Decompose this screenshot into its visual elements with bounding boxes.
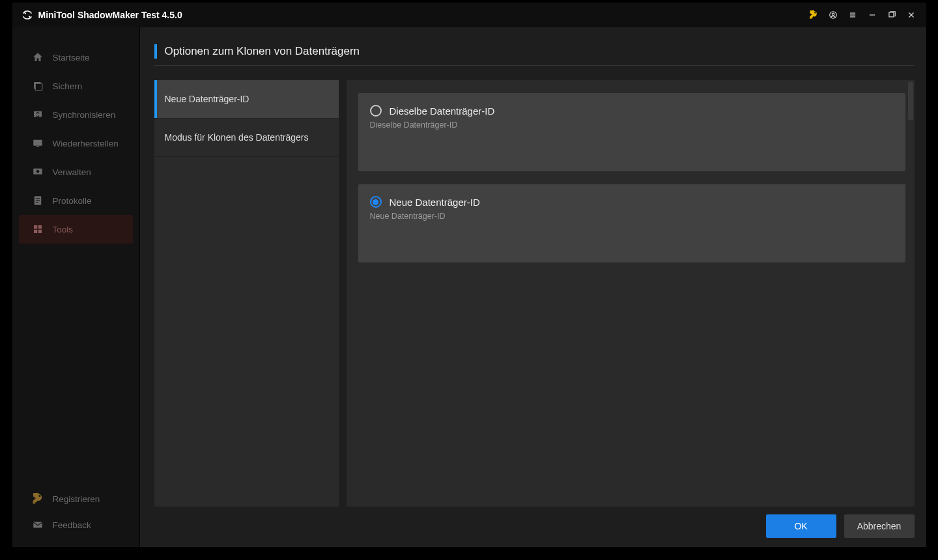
sidebar-item-label: Protokolle	[53, 196, 92, 206]
maximize-button[interactable]	[882, 5, 902, 25]
mail-icon	[32, 519, 44, 531]
sidebar-item-label: Tools	[53, 225, 74, 234]
sidebar-item-label: Feedback	[53, 520, 91, 530]
tools-icon	[32, 223, 44, 235]
svg-rect-10	[35, 83, 42, 91]
sidebar-item-label: Registrieren	[53, 494, 100, 504]
home-icon	[32, 51, 44, 63]
license-key-icon[interactable]	[804, 5, 823, 25]
sidebar-footer: Registrieren Feedback	[12, 486, 139, 547]
cancel-button[interactable]: Abbrechen	[844, 514, 915, 538]
option-label: Dieselbe Datenträger-ID	[390, 105, 495, 117]
sidebar-item-manage[interactable]: Verwalten	[19, 158, 133, 186]
panel-scrollbar[interactable]	[908, 81, 913, 120]
sidebar-item-backup[interactable]: Sichern	[19, 72, 133, 100]
account-icon[interactable]	[823, 5, 843, 25]
app-title: MiniTool ShadowMaker Test 4.5.0	[38, 10, 182, 20]
menu-icon[interactable]	[843, 5, 862, 25]
sidebar-item-label: Wiederherstellen	[53, 139, 119, 148]
header-accent-bar	[154, 44, 157, 59]
backup-icon	[32, 80, 44, 92]
app-logo: MiniTool ShadowMaker Test 4.5.0	[21, 9, 182, 21]
svg-rect-22	[34, 230, 37, 233]
option-description: Dieselbe Datenträger-ID	[370, 120, 894, 130]
options-panel: Dieselbe Datenträger-ID Dieselbe Datentr…	[347, 80, 915, 507]
sidebar-item-label: Verwalten	[53, 167, 91, 177]
radio-new-disk-id[interactable]	[370, 196, 382, 208]
minimize-button[interactable]	[862, 5, 882, 25]
option-same-disk-id[interactable]: Dieselbe Datenträger-ID Dieselbe Datentr…	[358, 93, 905, 171]
sidebar-item-logs[interactable]: Protokolle	[19, 186, 133, 215]
svg-rect-20	[34, 225, 37, 229]
sidebar-item-label: Sichern	[53, 81, 83, 91]
logs-icon	[32, 195, 44, 206]
sidebar-item-sync[interactable]: Synchronisieren	[19, 100, 133, 129]
svg-rect-6	[888, 12, 893, 17]
subnav-item-label: Neue Datenträger-ID	[165, 94, 249, 104]
restore-icon	[32, 137, 44, 149]
sidebar: Startseite Sichern Synchronisieren Wiede…	[12, 27, 140, 547]
svg-rect-13	[36, 147, 39, 148]
content-area: Optionen zum Klonen von Datenträgern Neu…	[140, 27, 926, 547]
app-body: Startseite Sichern Synchronisieren Wiede…	[12, 27, 926, 547]
sidebar-item-home[interactable]: Startseite	[19, 43, 133, 72]
titlebar: MiniTool ShadowMaker Test 4.5.0	[12, 3, 926, 27]
option-label: Neue Datenträger-ID	[390, 197, 480, 208]
option-new-disk-id[interactable]: Neue Datenträger-ID Neue Datenträger-ID	[358, 184, 905, 262]
svg-point-1	[832, 13, 834, 16]
sidebar-item-label: Synchronisieren	[53, 110, 116, 120]
key-icon	[32, 493, 44, 505]
radio-same-disk-id[interactable]	[370, 105, 382, 117]
sidebar-item-label: Startseite	[53, 53, 90, 63]
app-window: MiniTool ShadowMaker Test 4.5.0 S	[12, 2, 927, 548]
svg-rect-21	[38, 225, 41, 229]
sidebar-register[interactable]: Registrieren	[19, 486, 133, 512]
options-subnav: Neue Datenträger-ID Modus für Klonen des…	[154, 80, 339, 507]
svg-rect-12	[33, 140, 42, 146]
sidebar-item-tools[interactable]: Tools	[19, 215, 133, 244]
svg-rect-23	[38, 230, 41, 233]
subnav-new-disk-id[interactable]: Neue Datenträger-ID	[154, 80, 339, 119]
sidebar-item-restore[interactable]: Wiederherstellen	[19, 129, 133, 158]
ok-button[interactable]: OK	[766, 514, 836, 538]
svg-rect-24	[33, 522, 42, 528]
subnav-clone-mode[interactable]: Modus für Klonen des Datenträgers	[154, 119, 339, 157]
sync-icon	[32, 109, 44, 120]
sidebar-feedback[interactable]: Feedback	[19, 512, 133, 538]
dialog-footer: OK Abbrechen	[154, 507, 915, 538]
sidebar-nav: Startseite Sichern Synchronisieren Wiede…	[12, 43, 139, 486]
page-title: Optionen zum Klonen von Datenträgern	[165, 45, 360, 58]
subnav-item-label: Modus für Klonen des Datenträgers	[165, 132, 309, 143]
page-header: Optionen zum Klonen von Datenträgern	[154, 44, 915, 66]
app-logo-icon	[21, 9, 33, 21]
panels: Neue Datenträger-ID Modus für Klonen des…	[154, 80, 915, 507]
manage-icon	[32, 166, 44, 178]
svg-point-15	[36, 170, 39, 173]
option-description: Neue Datenträger-ID	[370, 212, 894, 221]
close-button[interactable]	[902, 5, 921, 25]
